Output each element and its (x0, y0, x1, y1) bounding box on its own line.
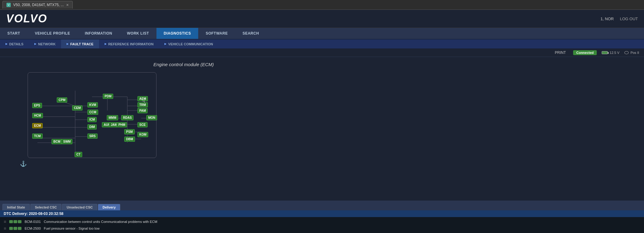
anchor-icon: ⚓ (20, 160, 27, 167)
module-PDM[interactable]: PDM (103, 94, 113, 99)
module-BCM[interactable]: BCM (52, 139, 62, 144)
tab-unselected-csc[interactable]: Unselected CSC (62, 204, 97, 210)
sub-nav-fault-trace[interactable]: ▶ FAULT TRACE (61, 39, 99, 48)
sub-nav: ▶ DETAILS ▶ NETWORK ▶ FAULT TRACE ▶ REFE… (0, 39, 644, 49)
arrow-icon-network: ▶ (34, 43, 36, 45)
module-DIM[interactable]: DIM (87, 124, 97, 130)
dtc-row-bcm[interactable]: ≡ BCM-0101 Communication between control… (0, 218, 644, 225)
logout-button[interactable]: LOG OUT (620, 17, 638, 21)
position-display: Pos II (631, 51, 639, 54)
sub-nav-reference-information[interactable]: ▶ REFERENCE INFORMATION (99, 39, 159, 48)
module-TCM[interactable]: TCM (32, 133, 43, 139)
connection-status: Connected (573, 50, 597, 55)
position-info: Pos II (624, 51, 639, 54)
dtc-dot-3 (18, 220, 21, 223)
module-PAM[interactable]: PAM (137, 108, 148, 113)
dtc-status-icons-bcm (9, 220, 21, 223)
tab-initial-state[interactable]: Initial State (2, 204, 30, 210)
nav-software[interactable]: SOFTWARE (198, 28, 235, 39)
tab-row: Initial State Selected CSC Unselected CS… (0, 201, 644, 210)
dtc-ecm-code: ECM-2500 (25, 227, 41, 230)
header-right: 1, NOR LOG OUT (600, 17, 638, 21)
dtc-bcm-description: Communication between control units Comm… (44, 220, 157, 224)
status-info: 12.5 V (602, 51, 619, 54)
tab-close-button[interactable]: × (66, 2, 69, 7)
dtc-bcm-code: BCM-0101 (25, 220, 41, 224)
module-SCE[interactable]: SCE (137, 122, 148, 127)
tab-selected-csc[interactable]: Selected CSC (30, 204, 62, 210)
browser-tab-bar: V V50, 2008, D4164T, MTX75, ... × (0, 0, 644, 10)
print-button[interactable]: PRINT (552, 50, 568, 55)
module-MMM[interactable]: MMM (107, 115, 118, 120)
arrow-icon-reference: ▶ (105, 43, 106, 45)
module-SRS[interactable]: SRS (87, 133, 98, 139)
volvo-logo: VOLVO (6, 12, 47, 25)
arrow-icon-details: ▶ (6, 43, 7, 45)
nav-start[interactable]: START (0, 28, 28, 39)
app-container: VOLVO 1, NOR LOG OUT START VEHICLE PROFI… (0, 10, 644, 233)
sub-nav-vehicle-communication[interactable]: ▶ VEHICLE COMMUNICATION (159, 39, 218, 48)
dtc-dot-1 (9, 220, 13, 223)
voltage-display: 12.5 V (610, 51, 619, 54)
module-ICM[interactable]: ICM (87, 117, 97, 122)
nav-search[interactable]: SEARCH (235, 28, 266, 39)
dtc-bullet-ecm: ≡ (4, 226, 6, 231)
module-ECM[interactable]: ECM (32, 123, 43, 128)
action-bar: PRINT Connected 12.5 V Pos II (0, 49, 644, 57)
module-CCM[interactable]: CCM (87, 110, 98, 115)
module-PHM[interactable]: PHM (117, 122, 127, 127)
dtc-dot-5 (13, 227, 17, 230)
module-KOM[interactable]: KOM (137, 132, 148, 137)
dtc-ecm-description: Fuel pressure sensor - Signal too low (44, 227, 100, 230)
browser-tab[interactable]: V V50, 2008, D4164T, MTX75, ... × (2, 1, 73, 9)
module-KVM[interactable]: KVM (87, 102, 98, 107)
cursor-hand: ☟ (142, 97, 145, 104)
nav-diagnostics[interactable]: DIAGNOSTICS (156, 28, 199, 39)
nav-information[interactable]: INFORMATION (77, 28, 119, 39)
dtc-bullet-bcm: ≡ (4, 219, 6, 224)
arrow-icon-vehicle-comm: ▶ (164, 43, 166, 45)
dtc-status-icons-ecm (9, 227, 21, 230)
boundary-box (28, 72, 156, 158)
main-nav: START VEHICLE PROFILE INFORMATION WORK L… (0, 28, 644, 39)
key-icon (624, 51, 629, 54)
main-content: Engine control module (ECM) (0, 57, 644, 233)
bottom-area: Initial State Selected CSC Unselected CS… (0, 201, 644, 233)
module-MON[interactable]: MON (146, 115, 157, 120)
dtc-list: ≡ BCM-0101 Communication between control… (0, 217, 644, 233)
sub-nav-network[interactable]: ▶ NETWORK (29, 39, 61, 48)
module-SWM[interactable]: SWM (61, 139, 72, 144)
module-PSM[interactable]: PSM (124, 129, 135, 134)
nav-work-list[interactable]: WORK LIST (120, 28, 156, 39)
diagram-area: Engine control module (ECM) (0, 57, 644, 201)
module-DBM[interactable]: DBM (124, 137, 135, 142)
nav-vehicle-profile[interactable]: VEHICLE PROFILE (28, 28, 78, 39)
module-EPS[interactable]: EPS (32, 103, 42, 108)
user-info: 1, NOR (600, 17, 614, 21)
tab-title: V50, 2008, D4164T, MTX75, ... (13, 3, 64, 7)
dtc-header: DTC Delivery: 2020-08-03 20:32:58 (0, 210, 644, 217)
network-diagram: EPS CPM HCM ECM TCM BCM SWM CEM KVM CCM … (9, 63, 163, 161)
header: VOLVO 1, NOR LOG OUT (0, 10, 644, 28)
module-CPM[interactable]: CPM (57, 97, 67, 103)
module-RDAS[interactable]: RDAS (121, 115, 133, 120)
battery-icon (602, 51, 608, 54)
arrow-icon-fault-trace: ▶ (67, 43, 68, 45)
dtc-row-ecm[interactable]: ≡ ECM-2500 Fuel pressure sensor - Signal… (0, 225, 644, 232)
dtc-dot-2 (13, 220, 17, 223)
sub-nav-details[interactable]: ▶ DETAILS (0, 39, 29, 48)
dtc-dot-4 (9, 227, 13, 230)
tab-delivery[interactable]: Delivery (98, 204, 120, 210)
module-HCM[interactable]: HCM (32, 113, 43, 118)
dtc-dot-6 (18, 227, 21, 230)
tab-favicon: V (6, 3, 11, 7)
module-CEM[interactable]: CEM (72, 105, 83, 111)
module-CT[interactable]: CT (75, 152, 82, 157)
